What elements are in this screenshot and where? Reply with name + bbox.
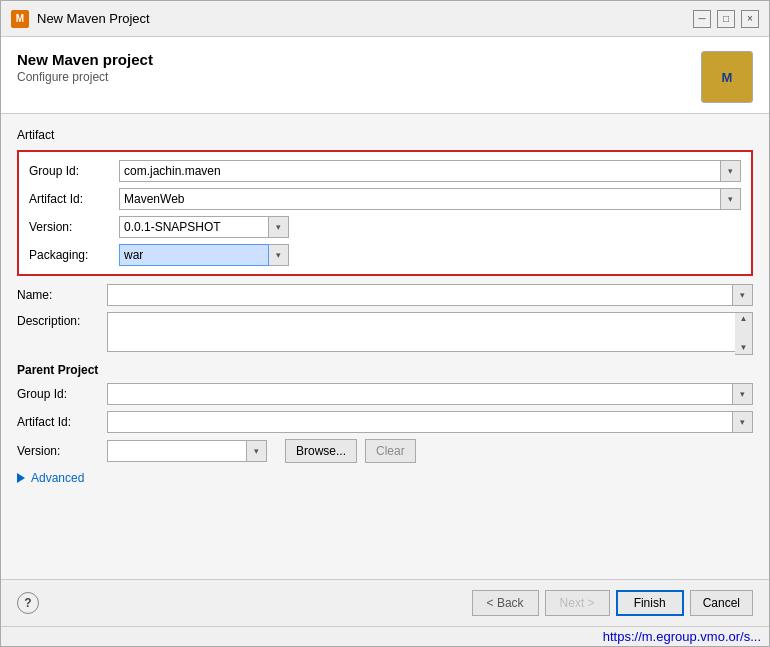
header-area: New Maven project Configure project M [1,37,769,114]
artifact-id-control: ▾ [119,188,741,210]
parent-artifact-id-dropdown-icon[interactable]: ▾ [733,411,753,433]
maven-icon: M [11,10,29,28]
scroll-up-icon[interactable]: ▲ [740,315,748,323]
version-dropdown-icon[interactable]: ▾ [269,216,289,238]
help-button[interactable]: ? [17,592,39,614]
parent-artifact-id-row: Artifact Id: ▾ [17,411,753,433]
clear-button[interactable]: Clear [365,439,416,463]
group-id-row: Group Id: ▾ [29,160,741,182]
name-dropdown-icon[interactable]: ▾ [733,284,753,306]
name-input-wrapper: ▾ [107,284,753,306]
advanced-expand-icon[interactable] [17,473,25,483]
parent-artifact-id-wrapper: ▾ [107,411,753,433]
group-id-input[interactable] [119,160,721,182]
dialog-title: New Maven project [17,51,153,68]
artifact-id-input[interactable] [119,188,721,210]
logo-letter: M [722,70,733,85]
title-controls: ─ □ × [693,10,759,28]
parent-group-id-dropdown-icon[interactable]: ▾ [733,383,753,405]
maximize-button[interactable]: □ [717,10,735,28]
description-row: Description: ▲ ▼ [17,312,753,355]
finish-button[interactable]: Finish [616,590,684,616]
group-id-control: ▾ [119,160,741,182]
title-bar: M New Maven Project ─ □ × [1,1,769,37]
artifact-id-row: Artifact Id: ▾ [29,188,741,210]
name-label: Name: [17,288,107,302]
parent-group-id-row: Group Id: ▾ [17,383,753,405]
advanced-label[interactable]: Advanced [31,471,84,485]
dialog-subtitle: Configure project [17,70,153,84]
version-input[interactable] [119,216,269,238]
packaging-label: Packaging: [29,248,119,262]
packaging-row: Packaging: ▾ [29,244,741,266]
close-button[interactable]: × [741,10,759,28]
parent-group-id-label: Group Id: [17,387,107,401]
artifact-section-label: Artifact [17,128,753,142]
scroll-down-icon[interactable]: ▼ [740,344,748,352]
group-id-dropdown-icon[interactable]: ▾ [721,160,741,182]
footer: ? < Back Next > Finish Cancel [1,579,769,626]
artifact-id-label: Artifact Id: [29,192,119,206]
advanced-row[interactable]: Advanced [17,471,753,485]
next-button[interactable]: Next > [545,590,610,616]
status-bar: https://m.egroup.vmo.or/s... [1,626,769,646]
version-label: Version: [29,220,119,234]
title-bar-left: M New Maven Project [11,10,150,28]
status-url: https://m.egroup.vmo.or/s... [603,629,761,644]
version-row: Version: ▾ [29,216,741,238]
maven-logo: M [701,51,753,103]
window-title: New Maven Project [37,11,150,26]
parent-version-label: Version: [17,444,107,458]
parent-version-row: Version: ▾ Browse... Clear [17,439,753,463]
description-scrollbar[interactable]: ▲ ▼ [735,312,753,355]
packaging-wrapper: ▾ [119,244,319,266]
parent-version-input[interactable] [107,440,247,462]
group-id-label: Group Id: [29,164,119,178]
minimize-button[interactable]: ─ [693,10,711,28]
version-wrapper: ▾ [119,216,319,238]
name-input[interactable] [107,284,733,306]
description-label: Description: [17,312,107,328]
parent-version-inner: ▾ Browse... Clear [107,439,753,463]
cancel-button[interactable]: Cancel [690,590,753,616]
dialog: M New Maven Project ─ □ × New Maven proj… [0,0,770,647]
parent-group-id-input[interactable] [107,383,733,405]
back-button[interactable]: < Back [472,590,539,616]
parent-version-select: ▾ [107,440,277,462]
artifact-box: Group Id: ▾ Artifact Id: ▾ Version: [17,150,753,276]
footer-right: < Back Next > Finish Cancel [472,590,753,616]
parent-artifact-id-label: Artifact Id: [17,415,107,429]
browse-button[interactable]: Browse... [285,439,357,463]
parent-group-id-wrapper: ▾ [107,383,753,405]
packaging-input[interactable] [119,244,269,266]
packaging-dropdown-icon[interactable]: ▾ [269,244,289,266]
content-area: Artifact Group Id: ▾ Artifact Id: ▾ [1,114,769,579]
parent-section-label: Parent Project [17,363,753,377]
description-input[interactable] [107,312,753,352]
header-text: New Maven project Configure project [17,51,153,84]
description-wrapper: ▲ ▼ [107,312,753,355]
parent-section: Group Id: ▾ Artifact Id: ▾ Version: [17,383,753,463]
footer-left: ? [17,592,39,614]
parent-artifact-id-input[interactable] [107,411,733,433]
name-row: Name: ▾ [17,284,753,306]
artifact-id-dropdown-icon[interactable]: ▾ [721,188,741,210]
parent-version-dropdown-icon[interactable]: ▾ [247,440,267,462]
